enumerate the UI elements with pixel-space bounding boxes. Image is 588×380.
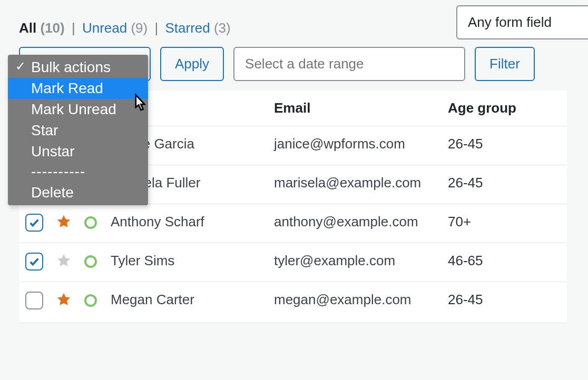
filter-button[interactable]: Filter bbox=[475, 47, 535, 81]
cell-age: 70+ bbox=[442, 204, 567, 243]
cell-name[interactable]: Anthony Scharf bbox=[104, 204, 268, 243]
bulk-option-star[interactable]: Star bbox=[8, 120, 148, 141]
star-icon[interactable] bbox=[56, 214, 72, 229]
star-icon[interactable] bbox=[56, 292, 72, 307]
column-email-header[interactable]: Email bbox=[268, 91, 442, 126]
unread-status-icon bbox=[84, 216, 97, 229]
cell-name[interactable]: Megan Carter bbox=[104, 282, 268, 323]
bulk-option-mark-read[interactable]: Mark Read bbox=[8, 78, 148, 99]
date-range-input[interactable] bbox=[233, 47, 465, 81]
bulk-option-delete[interactable]: Delete bbox=[8, 182, 148, 203]
separator: | bbox=[72, 20, 79, 36]
cell-email: anthony@example.com bbox=[268, 204, 442, 243]
cell-email: marisela@example.com bbox=[268, 165, 442, 204]
apply-button[interactable]: Apply bbox=[160, 47, 224, 81]
view-unread-link[interactable]: Unread (9) bbox=[82, 20, 148, 36]
cell-age: 26-45 bbox=[442, 126, 567, 165]
cell-age: 26-45 bbox=[442, 165, 567, 204]
cell-age: 26-45 bbox=[442, 282, 567, 323]
bulk-option-separator: ---------- bbox=[8, 162, 148, 182]
unread-status-icon bbox=[84, 255, 97, 268]
row-checkbox[interactable] bbox=[25, 292, 43, 309]
unread-status-icon bbox=[84, 294, 97, 307]
cell-email: megan@example.com bbox=[268, 282, 442, 323]
view-starred-link[interactable]: Starred (3) bbox=[165, 20, 230, 36]
row-checkbox[interactable] bbox=[25, 214, 43, 232]
bulk-option-header[interactable]: Bulk actions bbox=[8, 57, 148, 78]
row-checkbox[interactable] bbox=[25, 253, 43, 271]
cell-email: tyler@example.com bbox=[268, 243, 442, 282]
table-row: Megan Cartermegan@example.com26-45 bbox=[19, 282, 567, 323]
star-icon[interactable] bbox=[56, 253, 72, 268]
column-age-header[interactable]: Age group bbox=[442, 91, 567, 126]
table-row: Tyler Simstyler@example.com46-65 bbox=[19, 243, 567, 282]
bulk-actions-dropdown[interactable]: Bulk actions Mark Read Mark Unread Star … bbox=[8, 55, 148, 205]
bulk-option-unstar[interactable]: Unstar bbox=[8, 141, 148, 162]
separator: | bbox=[154, 20, 162, 36]
form-field-select-label: Any form field bbox=[468, 14, 552, 31]
view-all-link[interactable]: All (10) bbox=[19, 20, 65, 36]
bulk-option-mark-unread[interactable]: Mark Unread bbox=[8, 99, 148, 120]
form-field-select[interactable]: Any form field bbox=[456, 5, 588, 39]
table-row: Anthony Scharfanthony@example.com70+ bbox=[19, 204, 567, 243]
cell-age: 46-65 bbox=[442, 243, 567, 282]
cell-name[interactable]: Tyler Sims bbox=[104, 243, 268, 282]
cell-email: janice@wpforms.com bbox=[268, 126, 442, 165]
